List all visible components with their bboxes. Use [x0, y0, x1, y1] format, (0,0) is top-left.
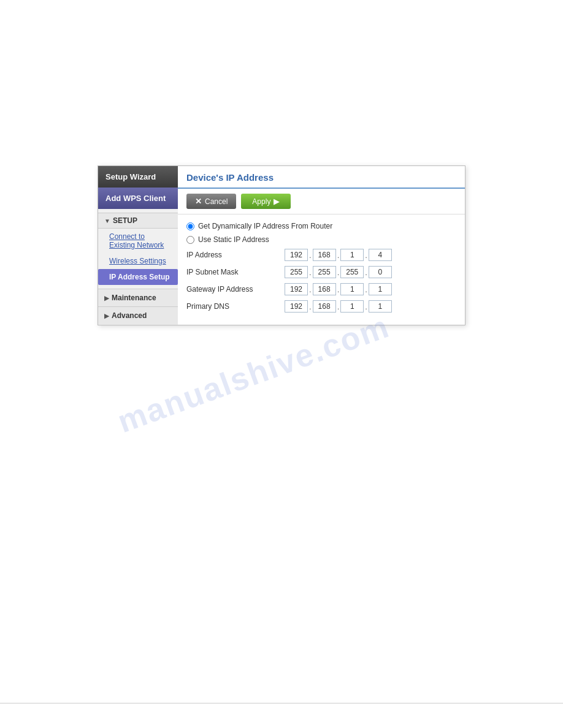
- ip-octet-2-2[interactable]: [340, 283, 364, 295]
- maintenance-arrow-icon: ▶: [104, 295, 109, 301]
- ip-octet-0-2[interactable]: [340, 249, 364, 261]
- ip-octet-0-0[interactable]: [285, 249, 308, 261]
- ip-dot-2-1: .: [336, 285, 341, 294]
- ip-octet-3-3[interactable]: [369, 300, 392, 313]
- ip-inputs-0: ...: [285, 249, 392, 261]
- ip-octet-1-2[interactable]: [340, 266, 364, 278]
- ip-dot-3-1: .: [336, 302, 341, 311]
- ip-octet-1-0[interactable]: [285, 266, 308, 278]
- ip-dot-1-2: .: [364, 268, 369, 277]
- setup-section-label: SETUP: [113, 216, 137, 225]
- ip-octet-2-3[interactable]: [369, 283, 392, 295]
- form-body: Get Dynamically IP Address From Router U…: [178, 214, 465, 325]
- ip-octet-2-1[interactable]: [313, 283, 336, 295]
- setup-wizard-button[interactable]: Setup Wizard: [98, 166, 178, 188]
- advanced-arrow-icon: ▶: [104, 313, 109, 319]
- ip-dot-3-0: .: [308, 302, 313, 311]
- radio-dynamic[interactable]: [186, 222, 194, 230]
- cancel-label: Cancel: [205, 197, 228, 206]
- ip-dot-0-2: .: [364, 251, 369, 260]
- ip-octet-1-3[interactable]: [369, 266, 392, 278]
- apply-arrow-icon: ▶: [274, 197, 280, 206]
- content-header: Device's IP Address: [178, 166, 465, 189]
- ip-octet-3-2[interactable]: [340, 300, 364, 313]
- ip-octet-1-1[interactable]: [313, 266, 336, 278]
- ip-dot-1-1: .: [336, 268, 341, 277]
- maintenance-label: Maintenance: [112, 294, 156, 302]
- advanced-section-header[interactable]: ▶ Advanced: [98, 306, 178, 324]
- ip-dot-3-2: .: [364, 302, 369, 311]
- radio-dynamic-row: Get Dynamically IP Address From Router: [186, 222, 456, 230]
- ip-octet-2-0[interactable]: [285, 283, 308, 295]
- ip-field-label-3: Primary DNS: [186, 302, 285, 311]
- router-ui: Setup Wizard Add WPS Client ▼ SETUP Conn…: [98, 165, 465, 325]
- ip-fields-container: IP Address...IP Subnet Mask...Gateway IP…: [186, 249, 456, 313]
- radio-static[interactable]: [186, 236, 194, 244]
- maintenance-section-header[interactable]: ▶ Maintenance: [98, 289, 178, 306]
- ip-address-setup-nav[interactable]: IP Address Setup: [98, 269, 178, 285]
- advanced-label: Advanced: [112, 311, 147, 320]
- ip-field-label-2: Gateway IP Address: [186, 285, 285, 294]
- bottom-line: [0, 703, 563, 703]
- x-icon: ✕: [195, 197, 202, 206]
- ip-field-row-2: Gateway IP Address...: [186, 283, 456, 295]
- ip-octet-0-1[interactable]: [313, 249, 336, 261]
- ip-octet-3-1[interactable]: [313, 300, 336, 313]
- ip-field-label-1: IP Subnet Mask: [186, 268, 285, 276]
- setup-section: ▼ SETUP Connect to Existing Network Wire…: [98, 209, 178, 289]
- main-content: Device's IP Address ✕ Cancel Apply ▶ Get…: [178, 166, 465, 325]
- ip-inputs-3: ...: [285, 300, 392, 313]
- cancel-button[interactable]: ✕ Cancel: [186, 194, 236, 209]
- radio-dynamic-label[interactable]: Get Dynamically IP Address From Router: [198, 222, 332, 230]
- radio-static-label[interactable]: Use Static IP Address: [198, 235, 269, 244]
- connect-to-existing-nav[interactable]: Connect to Existing Network: [98, 229, 178, 253]
- ip-dot-1-0: .: [308, 268, 313, 277]
- apply-button[interactable]: Apply ▶: [241, 194, 291, 209]
- ip-field-row-3: Primary DNS...: [186, 300, 456, 313]
- setup-section-header[interactable]: ▼ SETUP: [98, 213, 178, 229]
- setup-arrow-icon: ▼: [104, 218, 110, 224]
- ip-field-row-0: IP Address...: [186, 249, 456, 261]
- ip-dot-0-1: .: [336, 251, 341, 260]
- radio-static-row: Use Static IP Address: [186, 235, 456, 244]
- ip-field-label-0: IP Address: [186, 251, 285, 259]
- ip-octet-0-3[interactable]: [369, 249, 392, 261]
- toolbar: ✕ Cancel Apply ▶: [178, 189, 465, 214]
- ip-field-row-1: IP Subnet Mask...: [186, 266, 456, 278]
- sidebar: Setup Wizard Add WPS Client ▼ SETUP Conn…: [98, 166, 178, 325]
- ip-inputs-2: ...: [285, 283, 392, 295]
- ip-dot-0-0: .: [308, 251, 313, 260]
- wireless-settings-nav[interactable]: Wireless Settings: [98, 253, 178, 269]
- page-title: Device's IP Address: [186, 172, 274, 183]
- ip-dot-2-2: .: [364, 285, 369, 294]
- add-wps-client-button[interactable]: Add WPS Client: [98, 188, 178, 209]
- apply-label: Apply: [252, 197, 270, 206]
- ip-inputs-1: ...: [285, 266, 392, 278]
- ip-dot-2-0: .: [308, 285, 313, 294]
- ip-octet-3-0[interactable]: [285, 300, 308, 313]
